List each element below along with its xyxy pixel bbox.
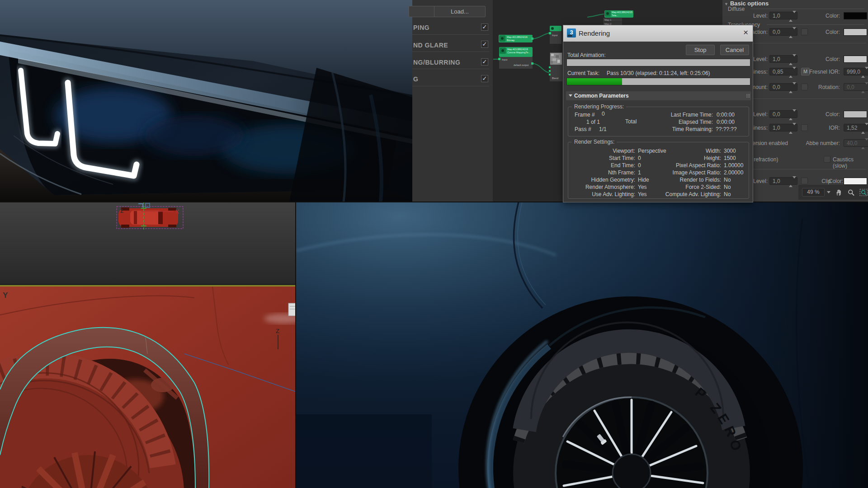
z-axis-label: Z: [120, 208, 123, 214]
render-settings-group: Render Settings: Viewport: Perspective S…: [568, 142, 749, 199]
pan-hand-icon[interactable]: [835, 188, 843, 197]
viewport-clay-render[interactable]: X Z: [0, 202, 296, 488]
elapsed-time-label: Elapsed Time:: [654, 119, 713, 125]
force-2sided-label: Force 2-Sided:: [654, 184, 721, 190]
clay-render-art: X Z: [0, 202, 296, 488]
viewport-divider-vertical[interactable]: [295, 202, 296, 488]
zoom-level-field[interactable]: 49 %: [802, 188, 825, 197]
svg-text:Map 1: Map 1: [604, 19, 611, 21]
translucency-color-label: Color:: [790, 29, 840, 35]
force-2sided-value: No: [724, 184, 731, 190]
width-value: 3000: [724, 148, 736, 154]
opacity-level-spinner[interactable]: 1,0: [769, 177, 797, 185]
caustics-checkbox[interactable]: [824, 156, 830, 163]
effects-partial-button[interactable]: [409, 6, 438, 17]
dialog-title: Rendering: [579, 29, 610, 37]
image-aspect-label: Image Aspect Ratio:: [654, 169, 721, 176]
total-animation-label: Total Animation:: [567, 52, 606, 58]
compute-adv-lighting-label: Compute Adv. Lighting:: [654, 191, 721, 197]
hidden-geometry-label: Hidden Geometry:: [573, 177, 635, 183]
rollout-grip-icon: [746, 94, 747, 95]
svg-text:default output: default output: [514, 64, 529, 66]
reflection-color-label: Color:: [790, 56, 840, 62]
pixel-aspect-value: 1.00000: [724, 162, 743, 169]
svg-text:Bitmap: Bitmap: [507, 39, 514, 42]
diffuse-level-label: Level:: [722, 13, 768, 19]
region-zoom-icon[interactable]: [859, 188, 868, 197]
effect-item-checkbox[interactable]: ✓: [481, 75, 488, 82]
effect-item-checkbox[interactable]: ✓: [481, 58, 488, 66]
rendering-progress-group: Rendering Progress: Frame # 0 Last Frame…: [568, 107, 749, 136]
render-to-fields-value: No: [724, 177, 731, 183]
compute-adv-lighting-value: No: [724, 191, 731, 197]
render-atmosphere-label: Render Atmosphere:: [573, 184, 635, 190]
svg-text:Corona MappingTe...: Corona MappingTe...: [507, 51, 531, 54]
viewport-zoom-toolbar: 49 %: [798, 185, 868, 200]
3dsmax-application-window: X Z: [0, 0, 868, 488]
zoom-magnifier-icon[interactable]: [847, 188, 855, 197]
dialog-title-bar[interactable]: 3 Rendering ×: [563, 25, 753, 42]
width-label: Width:: [654, 148, 721, 154]
common-parameters-rollout[interactable]: Common Parameters: [566, 91, 751, 100]
effect-item-checkbox[interactable]: ✓: [481, 41, 488, 48]
refraction-color-swatch[interactable]: [844, 111, 867, 118]
svg-text:Input: Input: [502, 58, 508, 61]
headlight-render-art: [0, 0, 412, 202]
node-input[interactable]: Input: [549, 26, 561, 44]
separator: [412, 52, 489, 52]
effect-item-label: PING: [413, 24, 429, 31]
render-to-fields-label: Render to Fields:: [654, 177, 721, 183]
collapse-arrow-icon: [569, 94, 572, 97]
fresnel-ior-label: Fresnel IOR:: [790, 69, 840, 75]
separator: [412, 34, 489, 35]
clay-render-scene: Z Y: [0, 286, 296, 488]
render-effects-panel: Load... PING ✓ ND GLARE ✓ NG/BLURRING ✓ …: [412, 0, 493, 202]
reflection-color-swatch[interactable]: [844, 56, 867, 63]
viewport-wheel-render[interactable]: P ZERO: [296, 202, 868, 488]
load-button[interactable]: Load...: [434, 6, 486, 17]
separator: [412, 69, 489, 69]
current-task-progressbar: [566, 78, 750, 85]
frame-label: Frame #: [575, 112, 595, 118]
abbe-number-label: Abbe number:: [790, 140, 840, 146]
node-corona-mapping[interactable]: Map #2138624219 Corona MappingTe... Inpu…: [498, 47, 533, 69]
opacity-color-swatch[interactable]: [844, 178, 867, 185]
fresnel-ior-spinner[interactable]: 999,0: [844, 68, 868, 75]
ior-spinner[interactable]: 1,52: [844, 124, 868, 131]
clip-label: Clip: [811, 178, 831, 184]
last-frame-time-label: Last Frame Time:: [654, 112, 713, 118]
close-icon[interactable]: ×: [743, 28, 748, 38]
cancel-button[interactable]: Cancel: [720, 45, 749, 55]
rotation-label: Rotation:: [790, 84, 840, 90]
separator: [412, 86, 489, 86]
helper-z-label: Z: [276, 328, 279, 334]
node-bitmap[interactable]: Map #2138624216 Bitmap: [499, 35, 533, 42]
opacity-color-label: Color:: [829, 178, 840, 184]
pass-value: 1/1: [599, 126, 607, 132]
zoom-dropdown-icon[interactable]: [827, 191, 830, 193]
diffuse-color-swatch[interactable]: [844, 12, 867, 19]
rotation-spinner[interactable]: 0,0: [844, 83, 868, 91]
frame-of-total: 1 of 1: [586, 119, 600, 125]
wheel-render-art: P ZERO: [296, 202, 868, 488]
end-time-label: End Time:: [573, 162, 635, 169]
current-task-label: Current Task:: [567, 70, 599, 76]
clip-checkbox[interactable]: [801, 178, 808, 184]
time-remaining-label: Time Remaining:: [651, 126, 713, 132]
stop-button[interactable]: Stop: [686, 45, 715, 55]
viewport-headlight-render[interactable]: [0, 0, 412, 202]
diffuse-color-label: Color:: [790, 13, 840, 19]
height-value: 1500: [724, 155, 736, 161]
effect-item-checkbox[interactable]: ✓: [481, 23, 488, 31]
svg-text:Blend: Blend: [552, 77, 558, 80]
start-time-label: Start Time:: [573, 155, 635, 161]
abbe-number-spinner[interactable]: 40,0: [844, 139, 868, 147]
frame-value: 0: [602, 111, 605, 117]
safe-frame-line: [0, 285, 296, 286]
svg-text:Map #2138624215: Map #2138624215: [612, 11, 632, 14]
effect-item-label: NG/BLURRING: [413, 59, 460, 66]
translucency-color-swatch[interactable]: [844, 28, 867, 36]
nth-frame-label: Nth Frame:: [573, 169, 635, 176]
node-blend[interactable]: Blend: [549, 52, 562, 81]
nth-frame-value: 1: [638, 169, 641, 176]
